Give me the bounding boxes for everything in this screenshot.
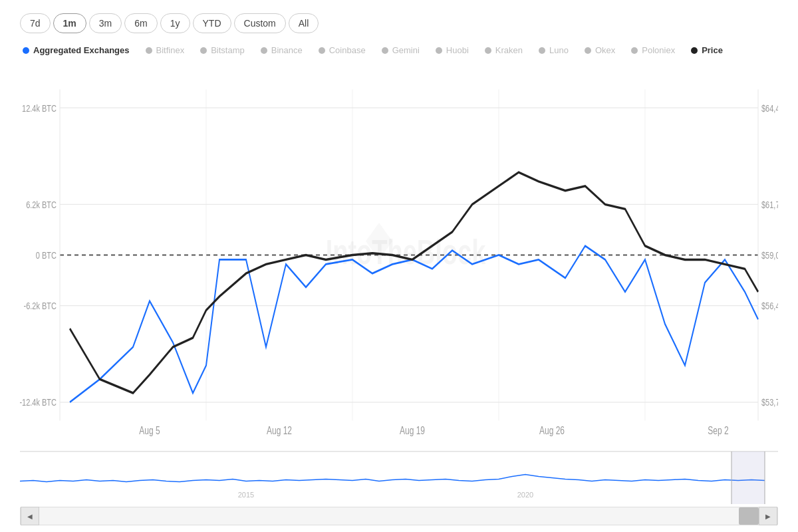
legend-dot-gemini: [382, 47, 388, 54]
main-chart-wrapper: 12.4k BTC 6.2k BTC 0 BTC -6.2k BTC -12.4…: [20, 62, 778, 448]
svg-text:0 BTC: 0 BTC: [36, 249, 57, 261]
svg-text:-12.4k BTC: -12.4k BTC: [20, 397, 57, 408]
mini-chart-svg: 2015 2020: [20, 452, 778, 504]
legend-label: Okex: [595, 45, 615, 55]
legend-item-kraken[interactable]: Kraken: [485, 45, 523, 55]
legend-item-luno[interactable]: Luno: [539, 45, 569, 55]
svg-rect-30: [732, 452, 765, 504]
legend-label: Poloniex: [642, 45, 675, 55]
time-btn-3m[interactable]: 3m: [89, 13, 122, 33]
main-chart-svg: 12.4k BTC 6.2k BTC 0 BTC -6.2k BTC -12.4…: [20, 62, 778, 448]
legend-dot-price: [691, 47, 698, 54]
time-btn-7d[interactable]: 7d: [20, 13, 51, 33]
time-btn-1y[interactable]: 1y: [160, 13, 190, 33]
legend-label: Huobi: [446, 45, 469, 55]
legend-label: Bitfinex: [156, 45, 185, 55]
legend-dot-huobi: [436, 47, 442, 54]
svg-text:Aug 5: Aug 5: [139, 424, 160, 436]
legend-item-gemini[interactable]: Gemini: [382, 45, 420, 55]
svg-text:$53,739: $53,739: [761, 397, 778, 408]
time-btn-ytd[interactable]: YTD: [193, 13, 231, 33]
legend-label: Binance: [271, 45, 303, 55]
svg-text:$61,770: $61,770: [761, 199, 778, 210]
svg-text:2020: 2020: [517, 491, 533, 499]
mini-chart-section: 2015 2020: [20, 451, 778, 504]
svg-text:IntoTheBlock: IntoTheBlock: [326, 232, 486, 272]
time-btn-custom[interactable]: Custom: [234, 13, 286, 33]
svg-text:6.2k BTC: 6.2k BTC: [26, 199, 57, 210]
svg-text:12.4k BTC: 12.4k BTC: [22, 102, 57, 114]
scrollbar[interactable]: ◀ ▶: [20, 507, 778, 525]
legend-item-bitfinex[interactable]: Bitfinex: [146, 45, 185, 55]
scroll-left-button[interactable]: ◀: [21, 507, 39, 525]
time-btn-all[interactable]: All: [289, 13, 319, 33]
legend-label: Bitstamp: [211, 45, 245, 55]
legend-dot-aggregated-exchanges: [23, 47, 29, 54]
legend-dot-coinbase: [319, 47, 325, 54]
svg-rect-28: [20, 452, 778, 504]
legend-item-bitstamp[interactable]: Bitstamp: [200, 45, 245, 55]
svg-text:Aug 19: Aug 19: [400, 424, 425, 436]
legend-dot-binance: [261, 47, 267, 54]
time-btn-6m[interactable]: 6m: [124, 13, 157, 33]
legend-label: Gemini: [392, 45, 420, 55]
chart-area: 12.4k BTC 6.2k BTC 0 BTC -6.2k BTC -12.4…: [20, 62, 778, 525]
svg-text:2015: 2015: [238, 491, 254, 499]
time-btn-1m[interactable]: 1m: [53, 13, 86, 33]
time-range-selector: 7d1m3m6m1yYTDCustomAll: [20, 13, 778, 33]
scroll-right-button[interactable]: ▶: [759, 507, 777, 525]
chart-legend: Aggregated ExchangesBitfinexBitstampBina…: [20, 45, 778, 55]
svg-text:Aug 26: Aug 26: [539, 424, 565, 436]
legend-dot-bitstamp: [200, 47, 207, 54]
legend-dot-kraken: [485, 47, 491, 54]
svg-text:$64,447: $64,447: [761, 102, 778, 114]
main-container: 7d1m3m6m1yYTDCustomAll Aggregated Exchan…: [0, 0, 798, 532]
legend-item-price[interactable]: Price: [691, 45, 723, 55]
legend-item-poloniex[interactable]: Poloniex: [631, 45, 675, 55]
svg-text:Aug 12: Aug 12: [267, 424, 292, 436]
scroll-track[interactable]: [39, 507, 759, 525]
legend-label: Luno: [549, 45, 569, 55]
legend-label: Kraken: [495, 45, 523, 55]
legend-label: Price: [702, 45, 723, 55]
svg-text:$56,416: $56,416: [761, 300, 778, 311]
scroll-thumb[interactable]: [739, 507, 759, 525]
legend-item-aggregated-exchanges[interactable]: Aggregated Exchanges: [23, 45, 130, 55]
legend-label: Aggregated Exchanges: [33, 45, 130, 55]
svg-text:-6.2k BTC: -6.2k BTC: [24, 300, 57, 311]
legend-item-huobi[interactable]: Huobi: [436, 45, 469, 55]
svg-text:Sep 2: Sep 2: [708, 424, 728, 436]
legend-dot-okex: [585, 47, 591, 54]
legend-dot-bitfinex: [146, 47, 152, 54]
svg-text:$59,093: $59,093: [761, 249, 778, 261]
legend-item-coinbase[interactable]: Coinbase: [319, 45, 366, 55]
legend-dot-luno: [539, 47, 545, 54]
legend-item-okex[interactable]: Okex: [585, 45, 615, 55]
legend-dot-poloniex: [631, 47, 638, 54]
legend-label: Coinbase: [329, 45, 366, 55]
legend-item-binance[interactable]: Binance: [261, 45, 303, 55]
